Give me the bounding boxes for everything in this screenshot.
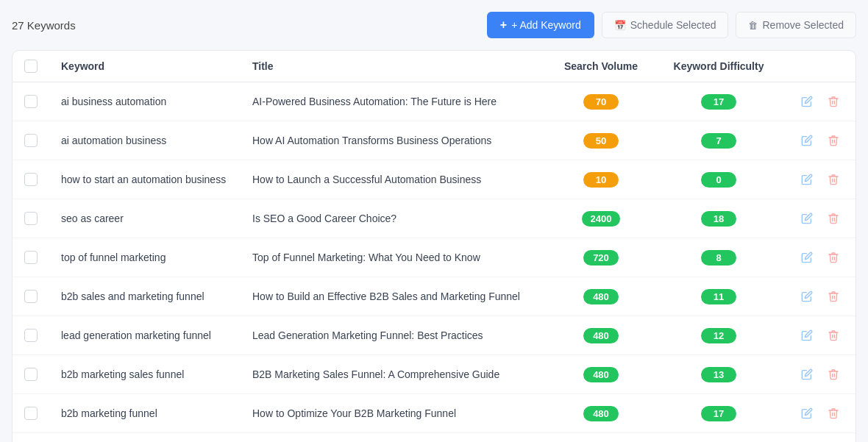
actions-cell-0 — [785, 82, 855, 121]
delete-button-7[interactable] — [823, 364, 844, 385]
edit-button-0[interactable] — [797, 91, 817, 112]
row-checkbox-cell-5[interactable] — [13, 277, 49, 316]
keyword-difficulty-badge-5: 11 — [701, 289, 736, 304]
search-volume-column-header: Search Volume — [549, 51, 652, 82]
row-checkbox-6[interactable] — [24, 329, 38, 342]
row-checkbox-cell-4[interactable] — [13, 238, 49, 277]
search-volume-badge-8: 480 — [583, 406, 619, 421]
delete-button-0[interactable] — [823, 91, 844, 112]
actions-cell-2 — [785, 160, 855, 199]
row-checkbox-7[interactable] — [24, 368, 38, 381]
remove-selected-button[interactable]: 🗑 Remove Selected — [736, 12, 856, 38]
search-volume-cell-3: 2400 — [549, 199, 652, 238]
row-checkbox-1[interactable] — [24, 134, 38, 147]
keyword-cell-6: lead generation marketing funnel — [49, 316, 241, 355]
search-volume-cell-2: 10 — [549, 160, 652, 199]
title-cell-0: AI-Powered Business Automation: The Futu… — [241, 82, 549, 121]
search-volume-cell-4: 720 — [549, 238, 652, 277]
row-checkbox-cell-2[interactable] — [13, 160, 49, 199]
action-icons-4 — [797, 247, 844, 268]
keyword-difficulty-cell-1: 7 — [652, 121, 785, 160]
row-checkbox-8[interactable] — [24, 407, 38, 420]
delete-button-2[interactable] — [823, 169, 844, 190]
actions-cell-1 — [785, 121, 855, 160]
keyword-cell-8: b2b marketing funnel — [49, 394, 241, 433]
row-checkbox-4[interactable] — [24, 251, 38, 264]
edit-button-2[interactable] — [797, 169, 817, 190]
select-all-checkbox[interactable] — [24, 60, 38, 73]
delete-button-5[interactable] — [823, 286, 844, 307]
keyword-difficulty-cell-4: 8 — [652, 238, 785, 277]
keyword-difficulty-cell-7: 13 — [652, 355, 785, 394]
keyword-cell-4: top of funnel marketing — [49, 238, 241, 277]
row-checkbox-2[interactable] — [24, 173, 38, 186]
edit-button-1[interactable] — [797, 130, 817, 151]
keywords-table: Keyword Title Search Volume Keyword Diff… — [13, 51, 855, 442]
row-checkbox-cell-8[interactable] — [13, 394, 49, 433]
keyword-cell-9: ecommerce marketing funnel — [49, 433, 241, 443]
search-volume-cell-5: 480 — [549, 277, 652, 316]
row-checkbox-cell-0[interactable] — [13, 82, 49, 121]
calendar-icon: 📅 — [614, 20, 626, 31]
row-checkbox-0[interactable] — [24, 95, 38, 108]
action-icons-7 — [797, 364, 844, 385]
schedule-selected-label: Schedule Selected — [630, 19, 716, 31]
add-keyword-label: + Add Keyword — [511, 19, 581, 31]
delete-button-4[interactable] — [823, 247, 844, 268]
title-cell-8: How to Optimize Your B2B Marketing Funne… — [241, 394, 549, 433]
row-checkbox-cell-9[interactable] — [13, 433, 49, 443]
table-row: ecommerce marketing funnel Ecommerce Mar… — [13, 433, 855, 443]
keyword-column-header: Keyword — [49, 51, 241, 82]
delete-button-1[interactable] — [823, 130, 844, 151]
actions-cell-7 — [785, 355, 855, 394]
top-bar: 27 Keywords + + Add Keyword 📅 Schedule S… — [12, 12, 856, 38]
keyword-difficulty-cell-2: 0 — [652, 160, 785, 199]
search-volume-badge-4: 720 — [583, 250, 619, 265]
table-row: ai automation business How AI Automation… — [13, 121, 855, 160]
row-checkbox-cell-7[interactable] — [13, 355, 49, 394]
edit-button-6[interactable] — [797, 325, 817, 346]
remove-selected-label: Remove Selected — [762, 19, 844, 31]
keyword-difficulty-badge-1: 7 — [701, 133, 736, 149]
row-checkbox-cell-6[interactable] — [13, 316, 49, 355]
row-checkbox-5[interactable] — [24, 290, 38, 303]
action-icons-3 — [797, 208, 844, 229]
delete-button-3[interactable] — [823, 208, 844, 229]
plus-icon: + — [500, 18, 507, 32]
keyword-difficulty-badge-6: 12 — [701, 328, 736, 343]
table-row: b2b marketing funnel How to Optimize You… — [13, 394, 855, 433]
action-icons-5 — [797, 286, 844, 307]
search-volume-cell-0: 70 — [549, 82, 652, 121]
row-checkbox-cell-3[interactable] — [13, 199, 49, 238]
header-checkbox-cell[interactable] — [13, 51, 49, 82]
keyword-difficulty-badge-0: 17 — [701, 94, 736, 110]
table-row: how to start an automation business How … — [13, 160, 855, 199]
keyword-cell-3: seo as career — [49, 199, 241, 238]
add-keyword-button[interactable]: + + Add Keyword — [487, 12, 594, 38]
schedule-selected-button[interactable]: 📅 Schedule Selected — [602, 12, 729, 38]
search-volume-cell-7: 480 — [549, 355, 652, 394]
edit-button-8[interactable] — [797, 403, 817, 424]
delete-button-8[interactable] — [823, 403, 844, 424]
title-column-header: Title — [241, 51, 549, 82]
keyword-cell-1: ai automation business — [49, 121, 241, 160]
keyword-difficulty-cell-0: 17 — [652, 82, 785, 121]
title-cell-4: Top of Funnel Marketing: What You Need t… — [241, 238, 549, 277]
row-checkbox-3[interactable] — [24, 212, 38, 225]
edit-button-3[interactable] — [797, 208, 817, 229]
trash-icon-header: 🗑 — [748, 20, 758, 31]
edit-button-5[interactable] — [797, 286, 817, 307]
title-cell-5: How to Build an Effective B2B Sales and … — [241, 277, 549, 316]
delete-button-6[interactable] — [823, 325, 844, 346]
table-row: ai business automation AI-Powered Busine… — [13, 82, 855, 121]
edit-button-4[interactable] — [797, 247, 817, 268]
title-cell-3: Is SEO a Good Career Choice? — [241, 199, 549, 238]
keyword-difficulty-badge-4: 8 — [701, 250, 736, 265]
table-header-row: Keyword Title Search Volume Keyword Diff… — [13, 51, 855, 82]
keyword-cell-5: b2b sales and marketing funnel — [49, 277, 241, 316]
row-checkbox-cell-1[interactable] — [13, 121, 49, 160]
edit-button-7[interactable] — [797, 364, 817, 385]
title-cell-1: How AI Automation Transforms Business Op… — [241, 121, 549, 160]
table-row: top of funnel marketing Top of Funnel Ma… — [13, 238, 855, 277]
table-row: b2b sales and marketing funnel How to Bu… — [13, 277, 855, 316]
